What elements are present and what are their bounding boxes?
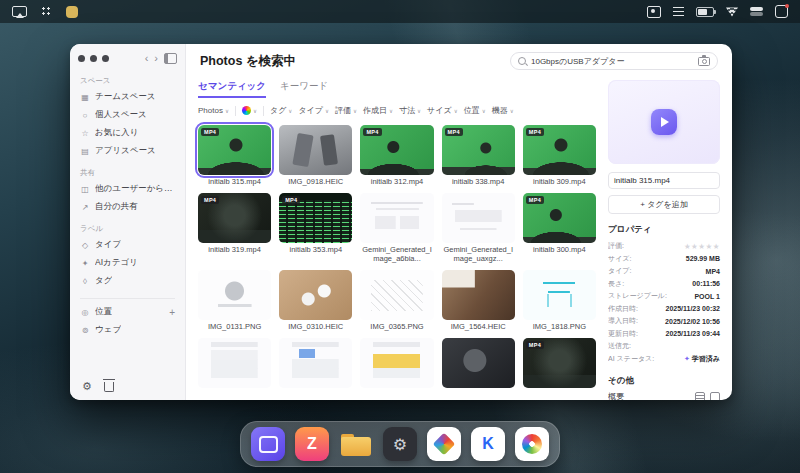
grid-item[interactable]: MP4initialb 315.mp4 bbox=[198, 125, 271, 186]
sidebar-item-tags[interactable]: ◊タグ bbox=[74, 272, 181, 290]
grid-item[interactable]: IMG_0310.HEIC bbox=[279, 270, 352, 331]
grid-item[interactable]: MP4initialb 300.mp4 bbox=[523, 193, 596, 263]
settings-gear-icon[interactable]: ⚙ bbox=[82, 381, 92, 392]
back-button[interactable]: ‹ bbox=[145, 53, 149, 64]
file-name: initialb 353.mp4 bbox=[279, 245, 352, 254]
chevron-down-icon: ∨ bbox=[325, 108, 329, 114]
sidebar-item-my-shares[interactable]: ↗自分の共有 bbox=[74, 198, 181, 216]
grid-item[interactable] bbox=[360, 338, 433, 390]
forward-button[interactable]: › bbox=[154, 53, 158, 64]
menu-bar bbox=[0, 0, 800, 23]
control-center-icon[interactable] bbox=[750, 7, 763, 16]
property-row: 長さ:00:11:56 bbox=[608, 278, 720, 291]
wifi-icon[interactable] bbox=[726, 7, 738, 17]
capture-icon[interactable] bbox=[647, 6, 661, 18]
sidebar-item-location[interactable]: ◎位置+ bbox=[74, 303, 181, 321]
sidebar-item-type-label[interactable]: ◇タイプ bbox=[74, 236, 181, 254]
filter-dimensions[interactable]: 寸法∨ bbox=[399, 105, 421, 116]
sidebar-header: ‹ › bbox=[70, 44, 185, 68]
location-icon: ◎ bbox=[80, 308, 90, 317]
property-row: サイズ:529.99 MB bbox=[608, 253, 720, 266]
sidebar-toggle-icon[interactable] bbox=[164, 53, 177, 64]
grid-item[interactable] bbox=[442, 338, 515, 390]
battery-icon[interactable] bbox=[696, 7, 714, 17]
grid-item[interactable]: IMG_1818.PNG bbox=[523, 270, 596, 331]
dots-grid-icon[interactable] bbox=[41, 6, 52, 17]
sidebar-item-ai-category[interactable]: ✦AIカテゴリ bbox=[74, 254, 181, 272]
ai-category-icon: ✦ bbox=[80, 259, 90, 268]
filter-photos[interactable]: Photos∨ bbox=[198, 106, 229, 115]
video-format-badge: MP4 bbox=[445, 128, 463, 136]
play-icon[interactable] bbox=[651, 109, 677, 135]
chevron-down-icon: ∨ bbox=[454, 108, 458, 114]
file-name: initialb 319.mp4 bbox=[198, 245, 271, 254]
chevron-down-icon: ∨ bbox=[353, 108, 357, 114]
tab-semantic[interactable]: セマンティック bbox=[198, 80, 266, 98]
filter-type[interactable]: タイプ∨ bbox=[298, 105, 329, 116]
trash-icon[interactable] bbox=[104, 382, 114, 392]
video-preview[interactable] bbox=[608, 80, 720, 164]
filter-color[interactable]: ∨ bbox=[242, 106, 257, 115]
sidebar-item-app-space[interactable]: ▤アプリスペース bbox=[74, 142, 181, 160]
dock-nas-manager[interactable] bbox=[251, 427, 285, 461]
add-location-button[interactable]: + bbox=[169, 307, 175, 318]
filter-size[interactable]: サイズ∨ bbox=[427, 105, 458, 116]
details-panel: initialb 315.mp4 + タグを追加 プロパティ 評価: ★★★★★… bbox=[608, 78, 732, 400]
sidebar-item-shared-from-others[interactable]: ◫他のユーザーから共有 bbox=[74, 180, 181, 198]
grid-item[interactable]: IMG_1564.HEIC bbox=[442, 270, 515, 331]
thumbnail-photo-warm bbox=[442, 270, 515, 320]
my-shares-icon: ↗ bbox=[80, 203, 90, 212]
grid-item[interactable]: MP4initialb 309.mp4 bbox=[523, 125, 596, 186]
sidebar-item-web[interactable]: ⊚ウェブ bbox=[74, 321, 181, 339]
grid-item[interactable]: IMG_0918.HEIC bbox=[279, 125, 352, 186]
summary-list-icon[interactable] bbox=[695, 392, 705, 401]
grid-item[interactable]: MP4initialb 319.mp4 bbox=[198, 193, 271, 263]
filter-location[interactable]: 位置∨ bbox=[464, 105, 486, 116]
sidebar-item-personal-space[interactable]: ○個人スペース bbox=[74, 106, 181, 124]
notification-icon[interactable] bbox=[775, 5, 788, 18]
dock-files[interactable] bbox=[339, 427, 373, 461]
dock-settings[interactable]: ⚙ bbox=[383, 427, 417, 461]
sidebar-section-title: 共有 bbox=[80, 168, 175, 178]
grid-item[interactable]: MP4initialb 338.mp4 bbox=[442, 125, 515, 186]
dock-photos[interactable] bbox=[515, 427, 549, 461]
zoom-button[interactable] bbox=[102, 55, 109, 62]
dock-office-suite[interactable] bbox=[427, 427, 461, 461]
personal-space-icon: ○ bbox=[80, 111, 90, 120]
thumbnail-sketch-white bbox=[360, 270, 433, 320]
grid-item[interactable]: Gemini_Generated_Image_uaxgz... bbox=[442, 193, 515, 263]
list-icon[interactable] bbox=[673, 7, 684, 16]
grid-item[interactable]: IMG_0365.PNG bbox=[360, 270, 433, 331]
page-title: Photos を検索中 bbox=[200, 53, 296, 70]
grid-item[interactable]: MP4initialb 353.mp4 bbox=[279, 193, 352, 263]
close-button[interactable] bbox=[78, 55, 85, 62]
dock-k-app[interactable]: K bbox=[471, 427, 505, 461]
image-search-camera-icon[interactable] bbox=[698, 57, 710, 66]
file-name: initialb 338.mp4 bbox=[442, 177, 515, 186]
tab-keyword[interactable]: キーワード bbox=[280, 80, 328, 98]
sidebar-item-team-space[interactable]: ▦チームスペース bbox=[74, 88, 181, 106]
dock-z-app[interactable]: Z bbox=[295, 427, 329, 461]
thumbnail-terminal-green: MP4 bbox=[279, 193, 352, 243]
rating-stars[interactable]: ★★★★★ bbox=[684, 242, 720, 251]
add-tag-button[interactable]: + タグを追加 bbox=[608, 195, 720, 214]
play-triangle bbox=[661, 117, 669, 127]
screen-mirroring-icon[interactable] bbox=[12, 6, 27, 17]
search-input[interactable]: 10GbpsのUSBアダプター bbox=[510, 52, 718, 70]
grid-item[interactable]: Gemini_Generated_Image_a6bia... bbox=[360, 193, 433, 263]
filter-device[interactable]: 機器∨ bbox=[492, 105, 514, 116]
filename-field[interactable]: initialb 315.mp4 bbox=[608, 172, 720, 189]
filter-tag[interactable]: タグ∨ bbox=[270, 105, 292, 116]
filter-rating[interactable]: 評価∨ bbox=[335, 105, 357, 116]
sidebar-item-favorites[interactable]: ☆お気に入り bbox=[74, 124, 181, 142]
grid-item[interactable] bbox=[198, 338, 271, 390]
grid-item[interactable]: MP4initialb 312.mp4 bbox=[360, 125, 433, 186]
sidebar-footer-items: ◎位置+⊚ウェブ bbox=[70, 303, 185, 339]
grid-item[interactable]: MP4 bbox=[523, 338, 596, 390]
minimize-button[interactable] bbox=[90, 55, 97, 62]
grid-item[interactable] bbox=[279, 338, 352, 390]
grid-item[interactable]: IMG_0131.PNG bbox=[198, 270, 271, 331]
filter-created[interactable]: 作成日∨ bbox=[363, 105, 393, 116]
app-blob-icon[interactable] bbox=[66, 6, 78, 18]
summary-expand-icon[interactable] bbox=[710, 392, 720, 401]
